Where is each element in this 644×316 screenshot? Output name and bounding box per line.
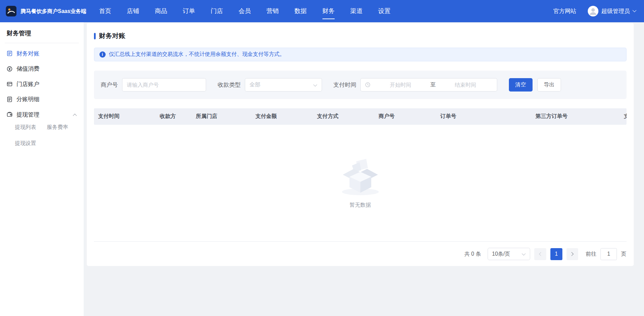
info-alert-text: 仅汇总线上支付渠道的交易流水，不统计使用余额支付、现金支付等方式。 — [109, 51, 285, 58]
nav-item-finance[interactable]: 财务 — [314, 0, 342, 22]
range-separator: 至 — [430, 81, 436, 88]
payment-type-value: 全部 — [250, 81, 260, 88]
sidebar-menu: 财务对账 储值消费 门店账户 — [0, 43, 84, 153]
sidebar-item-store-account[interactable]: 门店账户 — [0, 76, 84, 92]
table-header-row: 支付时间 收款方 所属门店 支付金额 支付方式 商户号 订单号 第三方订单号 支… — [94, 108, 626, 125]
col-order-no: 订单号 — [436, 113, 532, 120]
top-nav: 首页 店铺 商品 订单 门店 会员 营销 数据 财务 渠道 设置 — [91, 0, 398, 22]
payment-type-select[interactable]: 全部 — [245, 78, 322, 91]
col-pay-status: 支付状态 — [620, 113, 626, 120]
date-range-picker[interactable]: 至 — [360, 78, 497, 91]
col-amount: 支付金额 — [251, 113, 313, 120]
nav-item-members[interactable]: 会员 — [231, 0, 259, 22]
col-third-party-order-no: 第三方订单号 — [532, 113, 620, 120]
goto-label: 前往 — [586, 251, 596, 258]
merchant-label: 商户号 — [100, 81, 118, 89]
nav-item-data[interactable]: 数据 — [287, 0, 314, 22]
col-merchant-no: 商户号 — [374, 113, 436, 120]
nav-item-home[interactable]: 首页 — [91, 0, 119, 22]
topbar-right: 官方网站 超级管理员 — [553, 6, 636, 16]
app-title: 腾马餐饮多商户Saas业务端 — [21, 8, 86, 15]
chevron-down-icon — [313, 83, 317, 87]
payment-type-label: 收款类型 — [218, 81, 241, 89]
withdraw-submenu: 提现列表 服务费率 提现设置 — [0, 122, 84, 150]
chevron-right-icon — [570, 252, 574, 256]
nav-item-settings[interactable]: 设置 — [370, 0, 398, 22]
nav-item-goods[interactable]: 商品 — [147, 0, 175, 22]
chevron-up-icon — [73, 113, 77, 118]
sidebar-item-reconciliation[interactable]: 财务对账 — [0, 46, 84, 61]
nav-item-channels[interactable]: 渠道 — [343, 0, 370, 22]
sidebar-subitem-service-rate[interactable]: 服务费率 — [47, 124, 79, 131]
stored-value-icon — [7, 66, 13, 72]
goto-page-input[interactable] — [600, 248, 617, 260]
sidebar-item-stored-value[interactable]: 储值消费 — [0, 61, 84, 77]
info-alert: i 仅汇总线上支付渠道的交易流水，不统计使用余额支付、现金支付等方式。 — [94, 48, 626, 62]
store-account-icon — [7, 81, 13, 87]
nav-item-orders[interactable]: 订单 — [175, 0, 203, 22]
col-pay-time: 支付时间 — [94, 113, 156, 120]
empty-state: 暂无数据 — [94, 125, 626, 235]
nav-item-stores[interactable]: 门店 — [203, 0, 231, 22]
app-root: 腾马餐饮多商户Saas业务端 首页 店铺 商品 订单 门店 会员 营销 数据 财… — [0, 0, 644, 316]
main-content: 财务对账 i 仅汇总线上支付渠道的交易流水，不统计使用余额支付、现金支付等方式。… — [84, 22, 644, 316]
sidebar-item-label: 财务对账 — [16, 50, 39, 58]
clear-button[interactable]: 清空 — [509, 78, 533, 91]
empty-text: 暂无数据 — [349, 202, 371, 209]
page-title-row: 财务对账 — [94, 32, 626, 40]
chevron-down-icon — [522, 252, 526, 256]
clock-icon — [365, 82, 371, 88]
current-page-button[interactable]: 1 — [550, 248, 562, 260]
page-title: 财务对账 — [99, 32, 126, 40]
merchant-input[interactable] — [122, 78, 206, 91]
sidebar-item-label: 储值消费 — [16, 65, 39, 73]
ledger-icon — [7, 96, 13, 102]
filter-bar: 商户号 收款类型 全部 支付时间 — [94, 71, 626, 99]
official-site-link[interactable]: 官方网站 — [553, 7, 576, 15]
topbar: 腾马餐饮多商户Saas业务端 首页 店铺 商品 订单 门店 会员 营销 数据 财… — [0, 0, 644, 22]
chevron-left-icon — [539, 252, 543, 256]
reconciliation-icon — [7, 50, 13, 57]
reconciliation-table: 支付时间 收款方 所属门店 支付金额 支付方式 商户号 订单号 第三方订单号 支… — [94, 108, 626, 235]
sidebar-subitem-withdraw-list[interactable]: 提现列表 — [15, 124, 47, 131]
next-page-button[interactable] — [567, 248, 579, 260]
layout: 财务管理 财务对账 储值消费 — [0, 22, 644, 316]
sidebar-item-label: 分账明细 — [16, 95, 39, 103]
nav-item-marketing[interactable]: 营销 — [259, 0, 286, 22]
col-payee: 收款方 — [156, 113, 192, 120]
sidebar-item-withdraw-management[interactable]: 提现管理 — [0, 107, 84, 122]
info-icon: i — [99, 51, 106, 58]
app-logo-icon — [6, 6, 16, 16]
page-size-select[interactable]: 10条/页 — [488, 248, 530, 260]
end-time-input[interactable] — [438, 82, 493, 88]
sidebar-subitem-withdraw-settings[interactable]: 提现设置 — [15, 140, 47, 147]
content-card: 财务对账 i 仅汇总线上支付渠道的交易流水，不统计使用余额支付、现金支付等方式。… — [87, 23, 634, 266]
avatar — [588, 6, 598, 16]
withdraw-icon — [7, 111, 13, 118]
goto-unit: 页 — [621, 251, 627, 258]
sidebar-item-ledger[interactable]: 分账明细 — [0, 92, 84, 107]
empty-box-illustration — [334, 150, 387, 196]
sidebar-title: 财务管理 — [5, 22, 79, 43]
sidebar-item-label: 门店账户 — [16, 80, 39, 88]
chevron-down-icon — [632, 9, 636, 13]
col-pay-method: 支付方式 — [313, 113, 375, 120]
start-time-input[interactable] — [373, 82, 428, 88]
pay-time-label: 支付时间 — [333, 81, 356, 89]
export-button[interactable]: 导出 — [537, 78, 561, 91]
prev-page-button[interactable] — [534, 248, 546, 260]
logo-area[interactable]: 腾马餐饮多商户Saas业务端 — [6, 6, 87, 16]
title-accent-bar — [94, 33, 96, 39]
user-menu[interactable]: 超级管理员 — [588, 6, 636, 16]
total-count: 共 0 条 — [464, 251, 481, 258]
pagination-bar: 共 0 条 10条/页 1 前往 页 — [94, 241, 626, 260]
nav-item-shop[interactable]: 店铺 — [119, 0, 147, 22]
page-size-value: 10条/页 — [492, 251, 510, 258]
sidebar-item-label: 提现管理 — [16, 111, 39, 119]
user-name: 超级管理员 — [601, 7, 630, 15]
sidebar: 财务管理 财务对账 储值消费 — [0, 22, 84, 316]
col-store: 所属门店 — [192, 113, 251, 120]
